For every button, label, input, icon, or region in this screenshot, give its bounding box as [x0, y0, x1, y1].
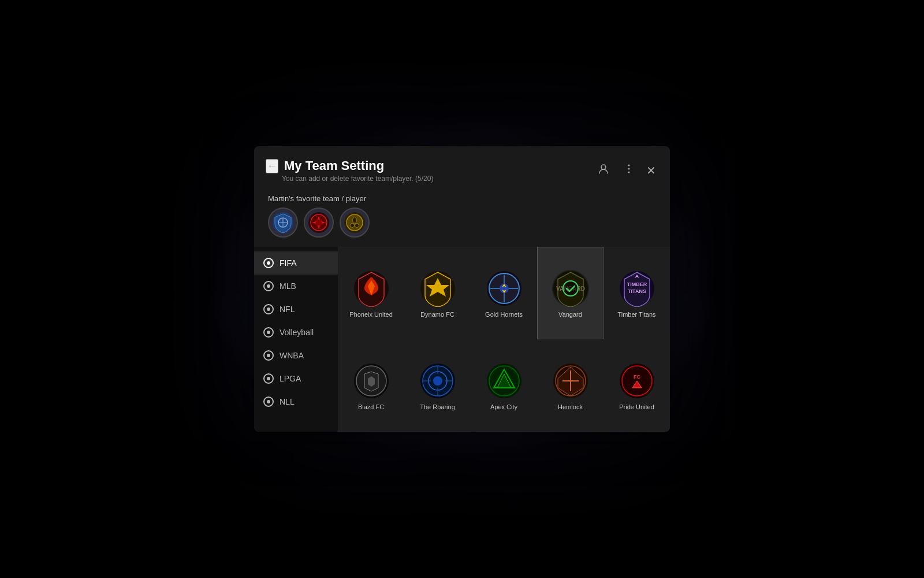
team-card-gold-hornets[interactable]: Gold Hornets: [471, 247, 537, 339]
team-name-gold-hornets: Gold Hornets: [485, 310, 523, 318]
mlb-icon: [263, 281, 274, 291]
fav-avatar-3[interactable]: [340, 208, 370, 238]
lpga-icon: [263, 373, 274, 384]
fav-avatar-2[interactable]: [304, 208, 334, 238]
team-name-hemlock: Hemlock: [558, 403, 583, 411]
team-card-phoneix-united[interactable]: Phoneix United: [338, 247, 404, 339]
favorites-section-label: Martin's favorite team / player: [254, 187, 670, 208]
svg-point-0: [601, 165, 606, 169]
wnba-icon: [263, 350, 274, 361]
dialog-subtitle: You can add or delete favorite team/play…: [282, 175, 433, 183]
volleyball-icon: [263, 327, 274, 338]
sidebar-label-volleyball: Volleyball: [280, 328, 314, 337]
more-options-button[interactable]: [621, 161, 637, 180]
header-actions: ✕: [595, 161, 656, 180]
nll-icon: [263, 397, 274, 407]
team-logo-apex-city: [486, 362, 523, 399]
team-card-blazd-fc[interactable]: Blazd FC: [338, 339, 404, 432]
header-left: ← My Team Setting You can add or delete …: [266, 158, 433, 183]
team-logo-phoneix-united: [353, 270, 390, 307]
sidebar-label-mlb: MLB: [280, 281, 296, 291]
team-name-apex-city: Apex City: [490, 403, 517, 411]
svg-point-38: [433, 376, 442, 386]
header-title-row: ← My Team Setting: [266, 158, 384, 173]
dialog-body: FIFA MLB NFL Volleyball WNBA LPGA: [254, 247, 670, 432]
team-logo-hemlock: [552, 362, 589, 399]
close-button[interactable]: ✕: [646, 164, 656, 177]
sidebar-item-nll[interactable]: NLL: [254, 390, 338, 413]
svg-text:TITANS: TITANS: [628, 288, 646, 294]
team-logo-timber-titans: TIMBER TITANS: [619, 270, 655, 307]
sidebar-item-lpga[interactable]: LPGA: [254, 367, 338, 390]
team-card-hemlock[interactable]: Hemlock: [537, 339, 603, 432]
team-card-dynamo-fc[interactable]: Dynamo FC: [404, 247, 471, 339]
sidebar-item-fifa[interactable]: FIFA: [254, 251, 338, 275]
favorites-row: [254, 208, 670, 247]
team-logo-pride-united: FC: [619, 362, 655, 399]
team-name-blazd-fc: Blazd FC: [358, 403, 384, 411]
my-team-setting-dialog: ← My Team Setting You can add or delete …: [254, 146, 670, 432]
sidebar-label-nll: NLL: [280, 397, 295, 406]
team-name-phoneix-united: Phoneix United: [349, 310, 393, 318]
team-name-dynamo-fc: Dynamo FC: [420, 310, 454, 318]
svg-point-10: [315, 218, 323, 227]
svg-text:TIMBER: TIMBER: [627, 281, 647, 287]
team-card-the-roaring[interactable]: The Roaring: [404, 339, 471, 432]
team-card-vangard[interactable]: VANGARD Vangard: [537, 247, 603, 339]
team-logo-dynamo-fc: [419, 270, 456, 307]
sidebar-label-fifa: FIFA: [280, 258, 297, 268]
svg-point-28: [563, 281, 578, 296]
team-logo-the-roaring: [419, 362, 456, 399]
team-name-timber-titans: Timber Titans: [617, 310, 655, 318]
team-name-pride-united: Pride United: [619, 403, 654, 411]
team-name-vangard: Vangard: [558, 310, 582, 318]
sidebar-item-mlb[interactable]: MLB: [254, 275, 338, 298]
nfl-icon: [263, 304, 274, 314]
sidebar-label-wnba: WNBA: [280, 351, 304, 360]
team-card-apex-city[interactable]: Apex City: [471, 339, 537, 432]
team-logo-vangard: VANGARD: [552, 270, 589, 307]
team-name-the-roaring: The Roaring: [420, 403, 455, 411]
dialog-header: ← My Team Setting You can add or delete …: [254, 146, 670, 187]
sidebar-label-nfl: NFL: [280, 305, 295, 314]
account-icon-button[interactable]: [595, 161, 612, 180]
svg-text:FC: FC: [634, 374, 640, 380]
team-logo-gold-hornets: [486, 270, 523, 307]
team-card-pride-united[interactable]: FC Pride United: [603, 339, 670, 432]
sidebar: FIFA MLB NFL Volleyball WNBA LPGA: [254, 247, 338, 432]
teams-grid: Phoneix United Dynamo FC: [338, 247, 670, 432]
sidebar-label-lpga: LPGA: [280, 374, 301, 383]
svg-point-3: [628, 172, 630, 173]
dialog-title: My Team Setting: [284, 158, 384, 173]
sidebar-item-wnba[interactable]: WNBA: [254, 344, 338, 367]
svg-point-2: [628, 168, 630, 170]
team-card-timber-titans[interactable]: TIMBER TITANS Timber Titans: [603, 247, 670, 339]
svg-point-1: [628, 165, 630, 166]
team-logo-blazd-fc: [353, 362, 390, 399]
back-button[interactable]: ←: [266, 159, 278, 173]
sidebar-item-volleyball[interactable]: Volleyball: [254, 321, 338, 344]
fav-avatar-1[interactable]: [268, 208, 298, 238]
selected-check-overlay: [552, 270, 589, 307]
sidebar-item-nfl[interactable]: NFL: [254, 298, 338, 321]
fifa-icon: [263, 258, 274, 268]
